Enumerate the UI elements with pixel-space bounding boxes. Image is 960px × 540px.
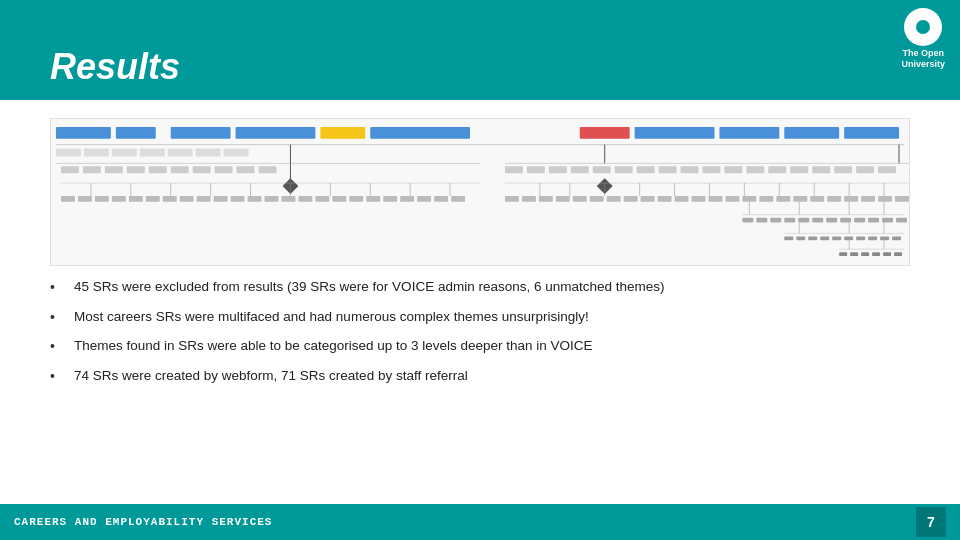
page-number: 7 (916, 507, 946, 537)
svg-rect-108 (607, 196, 621, 202)
svg-rect-66 (61, 196, 75, 202)
svg-rect-34 (259, 166, 277, 173)
svg-rect-8 (719, 127, 779, 139)
svg-rect-18 (140, 149, 165, 157)
svg-rect-15 (56, 149, 81, 157)
svg-rect-25 (61, 166, 79, 173)
page-title: Results (50, 46, 180, 88)
svg-rect-16 (84, 149, 109, 157)
list-item: • Themes found in SRs were able to be ca… (50, 337, 910, 357)
svg-rect-156 (892, 236, 901, 240)
svg-rect-161 (850, 252, 858, 256)
svg-rect-75 (214, 196, 228, 202)
svg-rect-77 (248, 196, 262, 202)
svg-rect-135 (798, 218, 809, 223)
svg-rect-79 (281, 196, 295, 202)
svg-rect-37 (527, 166, 545, 173)
svg-rect-32 (215, 166, 233, 173)
logo-circle-inner (916, 20, 930, 34)
bullet-dot: • (50, 278, 68, 298)
svg-rect-142 (896, 218, 907, 223)
svg-rect-152 (844, 236, 853, 240)
bullet-dot: • (50, 337, 68, 357)
svg-rect-104 (539, 196, 553, 202)
svg-rect-69 (112, 196, 126, 202)
svg-rect-40 (593, 166, 611, 173)
header-bar: Results The OpenUniversity (0, 0, 960, 100)
svg-rect-116 (742, 196, 756, 202)
svg-rect-132 (756, 218, 767, 223)
svg-rect-149 (808, 236, 817, 240)
svg-rect-20 (196, 149, 221, 157)
svg-rect-31 (193, 166, 211, 173)
svg-rect-165 (894, 252, 902, 256)
svg-rect-131 (742, 218, 753, 223)
bullet-text-1: 45 SRs were excluded from results (39 SR… (74, 278, 665, 297)
svg-rect-154 (868, 236, 877, 240)
svg-rect-139 (854, 218, 865, 223)
svg-rect-81 (315, 196, 329, 202)
svg-rect-5 (370, 127, 470, 139)
svg-rect-45 (702, 166, 720, 173)
bullet-list: • 45 SRs were excluded from results (39 … (50, 278, 910, 386)
svg-rect-50 (812, 166, 830, 173)
svg-rect-36 (505, 166, 523, 173)
svg-rect-137 (826, 218, 837, 223)
svg-rect-82 (332, 196, 346, 202)
svg-rect-2 (171, 127, 231, 139)
svg-rect-51 (834, 166, 852, 173)
svg-rect-9 (784, 127, 839, 139)
svg-rect-155 (880, 236, 889, 240)
svg-rect-111 (658, 196, 672, 202)
svg-rect-118 (776, 196, 790, 202)
svg-rect-148 (796, 236, 805, 240)
svg-rect-117 (759, 196, 773, 202)
svg-rect-28 (127, 166, 145, 173)
svg-rect-42 (637, 166, 655, 173)
svg-rect-164 (883, 252, 891, 256)
svg-rect-73 (180, 196, 194, 202)
main-content: • 45 SRs were excluded from results (39 … (0, 100, 960, 386)
svg-rect-136 (812, 218, 823, 223)
bullet-text-3: Themes found in SRs were able to be cate… (74, 337, 593, 356)
svg-rect-78 (265, 196, 279, 202)
svg-rect-147 (784, 236, 793, 240)
svg-rect-83 (349, 196, 363, 202)
svg-rect-6 (580, 127, 630, 139)
svg-rect-17 (112, 149, 137, 157)
svg-rect-115 (725, 196, 739, 202)
svg-rect-121 (827, 196, 841, 202)
bullet-text-4: 74 SRs were created by webform, 71 SRs c… (74, 367, 468, 386)
svg-rect-10 (844, 127, 899, 139)
svg-rect-26 (83, 166, 101, 173)
svg-rect-124 (878, 196, 892, 202)
list-item: • 74 SRs were created by webform, 71 SRs… (50, 367, 910, 387)
svg-rect-119 (793, 196, 807, 202)
svg-rect-140 (868, 218, 879, 223)
svg-rect-107 (590, 196, 604, 202)
svg-rect-19 (168, 149, 193, 157)
svg-rect-103 (522, 196, 536, 202)
svg-rect-52 (856, 166, 874, 173)
logo-area: The OpenUniversity (901, 8, 945, 70)
svg-rect-49 (790, 166, 808, 173)
svg-rect-41 (615, 166, 633, 173)
svg-rect-134 (784, 218, 795, 223)
svg-rect-122 (844, 196, 858, 202)
list-item: • Most careers SRs were multifaced and h… (50, 308, 910, 328)
svg-rect-153 (856, 236, 865, 240)
svg-rect-70 (129, 196, 143, 202)
footer-bar: CAREERS AND EMPLOYABILITY SERVICES 7 (0, 504, 960, 540)
svg-rect-1 (116, 127, 156, 139)
svg-rect-150 (820, 236, 829, 240)
svg-rect-39 (571, 166, 589, 173)
diagram-area (50, 118, 910, 266)
svg-rect-71 (146, 196, 160, 202)
bullet-dot: • (50, 367, 68, 387)
svg-rect-30 (171, 166, 189, 173)
svg-rect-48 (768, 166, 786, 173)
hierarchy-diagram (51, 119, 909, 265)
svg-rect-86 (400, 196, 414, 202)
svg-rect-3 (236, 127, 316, 139)
svg-rect-138 (840, 218, 851, 223)
